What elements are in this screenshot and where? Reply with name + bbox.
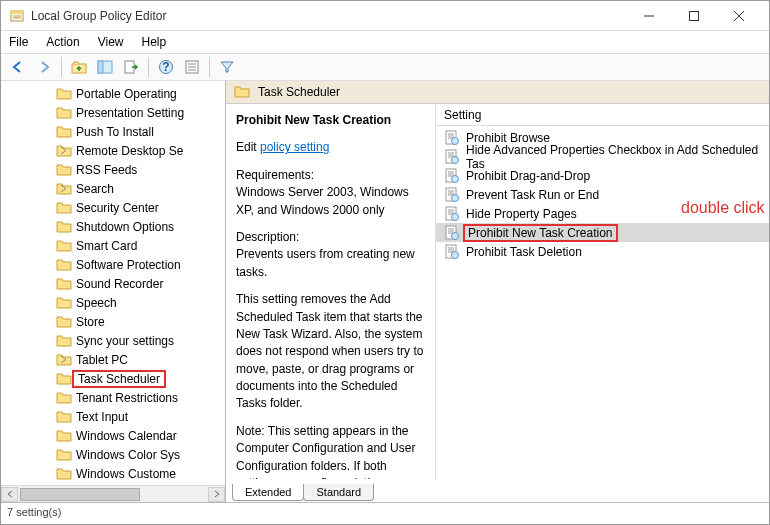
tree-node[interactable]: Portable Operating xyxy=(1,84,225,103)
setting-label: Prohibit Task Deletion xyxy=(466,245,582,259)
desc-para-1: This setting removes the Add Scheduled T… xyxy=(236,291,425,413)
toolbar: ? xyxy=(1,53,769,81)
setting-row[interactable]: Hide Advanced Properties Checkbox in Add… xyxy=(436,147,769,166)
scroll-thumb[interactable] xyxy=(20,488,140,501)
tree-node[interactable]: Sound Recorder xyxy=(1,274,225,293)
tree-node[interactable]: Windows Color Sys xyxy=(1,445,225,464)
tree-node-label: Search xyxy=(76,182,114,196)
setting-label: Hide Property Pages xyxy=(466,207,577,221)
svg-point-27 xyxy=(452,156,459,163)
menu-view[interactable]: View xyxy=(98,35,124,49)
tree-node[interactable]: Shutdown Options xyxy=(1,217,225,236)
tree-node[interactable]: Text Input xyxy=(1,407,225,426)
policy-icon xyxy=(444,187,460,203)
tree-node[interactable]: Software Protection xyxy=(1,255,225,274)
folder-icon xyxy=(56,163,72,177)
tree-node-label: Store xyxy=(76,315,105,329)
tree-node[interactable]: Windows Custome xyxy=(1,464,225,483)
tree-node[interactable]: RSS Feeds xyxy=(1,160,225,179)
folder-icon xyxy=(56,372,72,386)
tree-node[interactable]: Task Scheduler xyxy=(1,369,225,388)
edit-policy-link[interactable]: policy setting xyxy=(260,140,329,154)
policy-icon xyxy=(444,206,460,222)
menu-help[interactable]: Help xyxy=(142,35,167,49)
tree-node-label: Windows Color Sys xyxy=(76,448,180,462)
svg-point-32 xyxy=(452,175,459,182)
help-button[interactable]: ? xyxy=(155,56,177,78)
view-tabs: Extended Standard xyxy=(226,479,769,501)
export-list-button[interactable] xyxy=(120,56,142,78)
folder-icon xyxy=(56,220,72,234)
chevron-right-icon[interactable] xyxy=(59,146,69,155)
setting-label: Prevent Task Run or End xyxy=(466,188,599,202)
chevron-right-icon[interactable] xyxy=(59,184,69,193)
show-hide-tree-button[interactable] xyxy=(94,56,116,78)
column-header[interactable]: Setting xyxy=(436,104,769,126)
tree-node[interactable]: Tenant Restrictions xyxy=(1,388,225,407)
menu-file[interactable]: File xyxy=(9,35,28,49)
svg-point-52 xyxy=(452,251,459,258)
annotation-text: double click xyxy=(681,199,765,217)
main-area: Portable OperatingPresentation SettingPu… xyxy=(1,81,769,502)
tree-node[interactable]: Search xyxy=(1,179,225,198)
tab-extended[interactable]: Extended xyxy=(232,484,304,501)
folder-icon xyxy=(56,391,72,405)
minimize-button[interactable] xyxy=(626,2,671,30)
tree-node-label: Security Center xyxy=(76,201,159,215)
setting-row[interactable]: Prohibit Task Deletion xyxy=(436,242,769,261)
tree-node-label: Windows Calendar xyxy=(76,429,177,443)
policy-icon xyxy=(444,168,460,184)
setting-label: Hide Advanced Properties Checkbox in Add… xyxy=(466,143,769,171)
tree-node[interactable]: Store xyxy=(1,312,225,331)
tree-node-label: Portable Operating xyxy=(76,87,177,101)
folder-icon xyxy=(56,125,72,139)
menubar: File Action View Help xyxy=(1,31,769,53)
folder-icon xyxy=(56,448,72,462)
svg-point-37 xyxy=(452,194,459,201)
tree-node[interactable]: Tablet PC xyxy=(1,350,225,369)
tree-node[interactable]: Presentation Setting xyxy=(1,103,225,122)
toolbar-separator xyxy=(61,57,62,77)
tree-pane: Portable OperatingPresentation SettingPu… xyxy=(1,81,226,502)
tree-node[interactable]: Remote Desktop Se xyxy=(1,141,225,160)
folder-icon xyxy=(56,334,72,348)
folder-icon xyxy=(56,201,72,215)
scroll-right-button[interactable] xyxy=(208,487,225,502)
tree-node-label: Remote Desktop Se xyxy=(76,144,183,158)
forward-button[interactable] xyxy=(33,56,55,78)
content-area: Prohibit New Task Creation Edit policy s… xyxy=(226,104,769,480)
tree-node[interactable]: Security Center xyxy=(1,198,225,217)
filter-button[interactable] xyxy=(216,56,238,78)
tree-node[interactable]: Speech xyxy=(1,293,225,312)
folder-icon xyxy=(56,429,72,443)
tree-node[interactable]: Smart Card xyxy=(1,236,225,255)
policy-icon xyxy=(444,244,460,260)
properties-button[interactable] xyxy=(181,56,203,78)
app-icon xyxy=(9,8,25,24)
svg-point-42 xyxy=(452,213,459,220)
description: Description:Prevents users from creating… xyxy=(236,229,425,281)
tree-node-label: Text Input xyxy=(76,410,128,424)
tree-node-label: Push To Install xyxy=(76,125,154,139)
tab-standard[interactable]: Standard xyxy=(303,484,374,501)
setting-title: Prohibit New Task Creation xyxy=(236,112,425,129)
tree-node-label: Sound Recorder xyxy=(76,277,163,291)
edit-line: Edit policy setting xyxy=(236,139,425,156)
setting-row[interactable]: Prohibit New Task Creation xyxy=(436,223,769,242)
back-button[interactable] xyxy=(7,56,29,78)
tree-node-label: Tablet PC xyxy=(76,353,128,367)
tree-node[interactable]: Push To Install xyxy=(1,122,225,141)
chevron-right-icon[interactable] xyxy=(59,355,69,364)
close-button[interactable] xyxy=(716,2,761,30)
requirements: Requirements:Windows Server 2003, Window… xyxy=(236,167,425,219)
scroll-left-button[interactable] xyxy=(1,487,18,502)
up-button[interactable] xyxy=(68,56,90,78)
menu-action[interactable]: Action xyxy=(46,35,79,49)
window-title: Local Group Policy Editor xyxy=(31,9,626,23)
folder-icon xyxy=(56,106,72,120)
tree-hscrollbar[interactable] xyxy=(1,485,225,502)
tree-node[interactable]: Sync your settings xyxy=(1,331,225,350)
folder-icon xyxy=(56,410,72,424)
tree-node[interactable]: Windows Calendar xyxy=(1,426,225,445)
maximize-button[interactable] xyxy=(671,2,716,30)
